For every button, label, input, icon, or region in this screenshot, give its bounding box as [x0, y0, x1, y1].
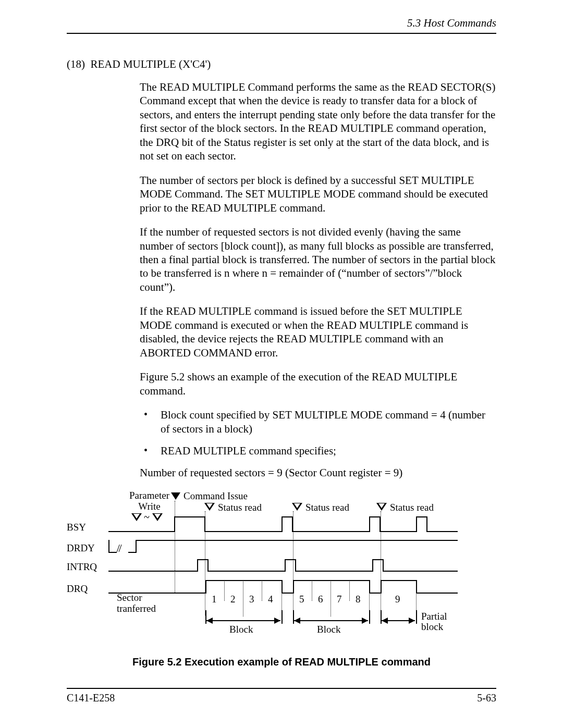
label-status-read-3: Status read	[390, 502, 434, 513]
sector-5: 5	[299, 594, 304, 605]
bullet-1: Block count specified by SET MULTIPLE MO…	[140, 408, 496, 436]
label-block-2: Block	[317, 624, 340, 635]
bullet-list: Block count specified by SET MULTIPLE MO…	[140, 408, 496, 458]
sector-8: 8	[356, 594, 361, 605]
label-sector-transferred: Sector tranferred	[117, 593, 156, 614]
sector-6: 6	[318, 594, 323, 605]
para-3: If the number of requested sectors is no…	[140, 225, 496, 294]
section-title: (18) READ MULTIPLE (X'C4')	[67, 58, 496, 71]
footer-right: 5-63	[477, 692, 496, 704]
page-footer: C141-E258 5-63	[67, 688, 496, 704]
label-status-read-1: Status read	[218, 502, 262, 513]
marker-status-read-2	[292, 503, 302, 511]
body-text: The READ MULTIPLE Command performs the s…	[140, 80, 496, 480]
sector-4: 4	[268, 594, 273, 605]
figure-caption: Figure 5.2 Execution example of READ MUL…	[67, 656, 496, 668]
marker-status-read-3	[376, 503, 387, 511]
timing-diagram: Parameter Write Command Issue Status rea…	[67, 490, 496, 641]
label-parameter-write: Parameter Write	[129, 490, 169, 512]
bullet-2: READ MULTIPLE command specifies;	[140, 444, 496, 458]
header-rule	[67, 33, 496, 34]
signal-label-intrq: INTRQ	[67, 561, 97, 573]
sector-7: 7	[337, 594, 342, 605]
sector-3: 3	[249, 594, 254, 605]
marker-param-write-b	[152, 513, 163, 521]
running-head: 5.3 Host Commands	[67, 17, 496, 33]
marker-param-write-a	[131, 513, 142, 521]
footer-rule	[67, 688, 496, 689]
label-block-1: Block	[229, 624, 253, 635]
label-partial-block: Partial block	[421, 611, 447, 632]
para-4: If the READ MULTIPLE command is issued b…	[140, 304, 496, 360]
label-command-issue: Command Issue	[183, 490, 248, 502]
sector-2: 2	[230, 594, 236, 605]
footer-left: C141-E258	[67, 692, 115, 704]
page: 5.3 Host Commands (18) READ MULTIPLE (X'…	[0, 0, 563, 728]
para-5: Figure 5.2 shows an example of the execu…	[140, 370, 496, 398]
label-status-read-2: Status read	[305, 502, 349, 513]
marker-status-read-1	[204, 503, 215, 511]
para-1: The READ MULTIPLE Command performs the s…	[140, 80, 496, 163]
para-6: Number of requested sectors = 9 (Sector …	[140, 466, 496, 479]
signal-label-drq: DRQ	[67, 583, 88, 595]
para-2: The number of sectors per block is defin…	[140, 174, 496, 215]
marker-command-issue	[171, 492, 180, 500]
signal-label-bsy: BSY	[67, 522, 86, 533]
signal-label-drdy: DRDY	[67, 542, 95, 554]
sector-9: 9	[395, 594, 400, 605]
sector-1: 1	[212, 594, 217, 605]
